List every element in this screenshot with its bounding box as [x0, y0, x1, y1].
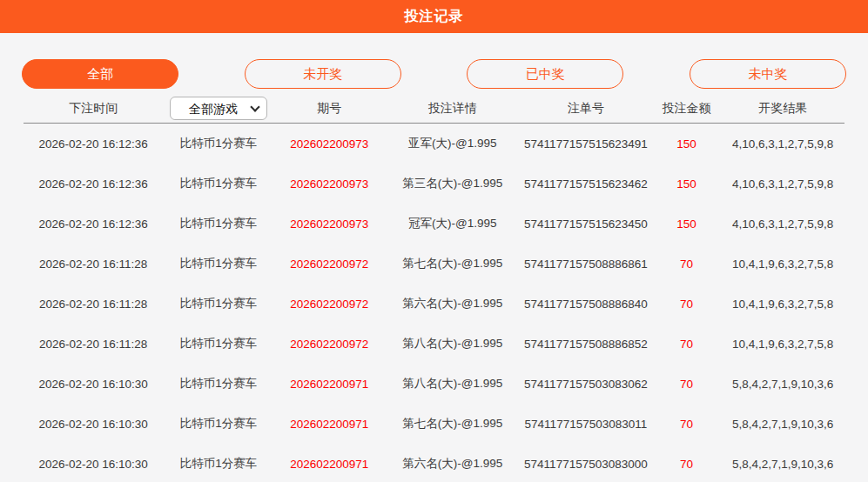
- game-filter-cell: 全部游戏: [163, 97, 273, 120]
- cell-order-no: 5741177157508886840: [520, 298, 651, 311]
- cell-draw-result: 4,10,6,3,1,2,7,5,9,8: [722, 137, 844, 151]
- cell-bet-time: 2026-02-20 16:12:36: [24, 137, 163, 151]
- cell-order-no: 5741177157508886861: [520, 258, 651, 271]
- cell-draw-result: 5,8,4,2,7,1,9,10,3,6: [722, 378, 844, 391]
- table-row: 2026-02-20 16:11:28 比特币1分赛车 202602200972…: [24, 244, 844, 284]
- cell-bet-details: 第七名(大)-@1.995: [385, 256, 521, 271]
- cell-bet-amount: 150: [651, 137, 721, 151]
- cell-draw-result: 10,4,1,9,6,3,2,7,5,8: [722, 338, 844, 351]
- column-header-bet-time: 下注时间: [24, 101, 163, 117]
- cell-bet-amount: 70: [651, 298, 721, 311]
- cell-game-name: 比特币1分赛车: [163, 256, 273, 271]
- cell-bet-details: 第八名(大)-@1.995: [385, 376, 521, 392]
- filter-lost-button[interactable]: 未中奖: [690, 59, 846, 89]
- cell-bet-time: 2026-02-20 16:11:28: [24, 298, 163, 311]
- cell-period-no: 202602200971: [274, 458, 385, 471]
- cell-bet-time: 2026-02-20 16:11:28: [24, 258, 163, 271]
- column-header-result: 开奖结果: [722, 101, 844, 117]
- cell-bet-time: 2026-02-20 16:11:28: [24, 338, 163, 351]
- cell-game-name: 比特币1分赛车: [163, 136, 273, 151]
- cell-period-no: 202602200971: [274, 418, 385, 431]
- table-body: 2026-02-20 16:12:36 比特币1分赛车 202602200973…: [24, 124, 844, 482]
- cell-period-no: 202602200972: [274, 338, 385, 351]
- table-row: 2026-02-20 16:10:30 比特币1分赛车 202602200971…: [24, 444, 844, 482]
- cell-bet-details: 第六名(大)-@1.995: [385, 456, 521, 472]
- table-row: 2026-02-20 16:12:36 比特币1分赛车 202602200973…: [24, 124, 844, 164]
- cell-draw-result: 5,8,4,2,7,1,9,10,3,6: [722, 458, 844, 471]
- cell-period-no: 202602200972: [274, 258, 385, 271]
- cell-bet-details: 亚军(大)-@1.995: [385, 136, 521, 151]
- cell-draw-result: 10,4,1,9,6,3,2,7,5,8: [722, 298, 844, 311]
- table-row: 2026-02-20 16:12:36 比特币1分赛车 202602200973…: [24, 164, 844, 204]
- page-title: 投注记录: [405, 8, 464, 26]
- cell-game-name: 比特币1分赛车: [163, 376, 273, 392]
- cell-period-no: 202602200972: [274, 298, 385, 311]
- cell-bet-amount: 70: [651, 258, 721, 271]
- cell-game-name: 比特币1分赛车: [163, 216, 273, 231]
- cell-bet-details: 第六名(大)-@1.995: [385, 296, 521, 311]
- cell-bet-amount: 70: [651, 338, 721, 351]
- cell-bet-amount: 150: [651, 218, 721, 231]
- filter-won-button[interactable]: 已中奖: [467, 59, 623, 89]
- cell-order-no: 5741177157515623491: [520, 137, 651, 151]
- column-header-details: 投注详情: [385, 101, 521, 117]
- cell-bet-time: 2026-02-20 16:10:30: [24, 458, 163, 471]
- cell-bet-time: 2026-02-20 16:12:36: [24, 218, 163, 231]
- cell-bet-details: 第三名(大)-@1.995: [385, 176, 521, 191]
- page-header: 投注记录: [0, 0, 868, 33]
- cell-order-no: 5741177157508886852: [520, 338, 651, 351]
- cell-bet-time: 2026-02-20 16:10:30: [24, 418, 163, 431]
- cell-period-no: 202602200973: [274, 177, 385, 191]
- cell-order-no: 5741177157503083000: [520, 458, 651, 471]
- filter-all-button[interactable]: 全部: [22, 59, 178, 89]
- bet-records-table: 下注时间 全部游戏 期号 投注详情 注单号 投注金额 开奖结果 2026-02-…: [24, 97, 844, 482]
- cell-bet-time: 2026-02-20 16:12:36: [24, 177, 163, 191]
- table-row: 2026-02-20 16:12:36 比特币1分赛车 202602200973…: [24, 204, 844, 244]
- game-filter-select[interactable]: 全部游戏: [170, 97, 267, 120]
- table-row: 2026-02-20 16:11:28 比特币1分赛车 202602200972…: [24, 284, 844, 324]
- cell-game-name: 比特币1分赛车: [163, 416, 273, 432]
- cell-game-name: 比特币1分赛车: [163, 296, 273, 311]
- cell-draw-result: 4,10,6,3,1,2,7,5,9,8: [722, 177, 844, 191]
- table-header-row: 下注时间 全部游戏 期号 投注详情 注单号 投注金额 开奖结果: [24, 97, 844, 124]
- cell-order-no: 5741177157515623450: [520, 218, 651, 231]
- game-filter-select-wrap: 全部游戏: [170, 97, 267, 120]
- cell-game-name: 比特币1分赛车: [163, 456, 273, 472]
- table-row: 2026-02-20 16:11:28 比特币1分赛车 202602200972…: [24, 324, 844, 364]
- cell-bet-details: 第七名(大)-@1.995: [385, 416, 521, 432]
- table-row: 2026-02-20 16:10:30 比特币1分赛车 202602200971…: [24, 364, 844, 404]
- cell-draw-result: 4,10,6,3,1,2,7,5,9,8: [722, 218, 844, 231]
- cell-period-no: 202602200973: [274, 218, 385, 231]
- cell-period-no: 202602200973: [274, 137, 385, 151]
- cell-draw-result: 5,8,4,2,7,1,9,10,3,6: [722, 418, 844, 431]
- cell-bet-amount: 70: [651, 458, 721, 471]
- cell-bet-amount: 70: [651, 378, 721, 391]
- cell-bet-details: 冠军(大)-@1.995: [385, 216, 521, 231]
- cell-bet-amount: 150: [651, 177, 721, 191]
- cell-bet-amount: 70: [651, 418, 721, 431]
- column-header-order-no: 注单号: [520, 101, 651, 117]
- cell-draw-result: 10,4,1,9,6,3,2,7,5,8: [722, 258, 844, 271]
- cell-bet-time: 2026-02-20 16:10:30: [24, 378, 163, 391]
- filter-pending-button[interactable]: 未开奖: [245, 59, 401, 89]
- cell-order-no: 5741177157515623462: [520, 177, 651, 191]
- column-header-amount: 投注金额: [651, 101, 721, 117]
- cell-bet-details: 第八名(大)-@1.995: [385, 336, 521, 351]
- filter-bar: 全部 未开奖 已中奖 未中奖: [0, 59, 868, 89]
- cell-order-no: 5741177157503083011: [520, 418, 651, 431]
- cell-order-no: 5741177157503083062: [520, 378, 651, 391]
- cell-period-no: 202602200971: [274, 378, 385, 391]
- cell-game-name: 比特币1分赛车: [163, 336, 273, 351]
- cell-game-name: 比特币1分赛车: [163, 176, 273, 191]
- column-header-period: 期号: [274, 101, 385, 117]
- table-row: 2026-02-20 16:10:30 比特币1分赛车 202602200971…: [24, 404, 844, 444]
